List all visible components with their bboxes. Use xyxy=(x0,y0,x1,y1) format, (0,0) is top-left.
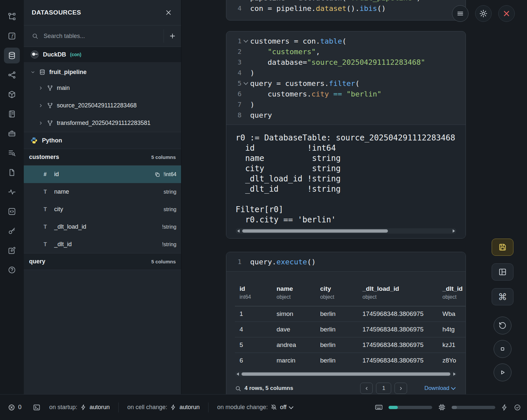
code-line[interactable]: 2 "customers", xyxy=(226,46,466,57)
code-line[interactable]: 6 customers.city == "berlin" xyxy=(226,89,466,99)
code-editor[interactable]: 1query.execute() xyxy=(226,252,466,272)
cell-output-table: idint64 nameobject cityobject _dlt_load_… xyxy=(226,272,466,394)
status-bar: 0 on startup: autorun on cell change: au… xyxy=(0,394,527,420)
notebook-menu-button[interactable] xyxy=(452,5,469,22)
code-line[interactable]: 7) xyxy=(226,99,466,110)
fold-caret-icon[interactable] xyxy=(242,36,250,46)
chevron-down-icon xyxy=(30,70,35,75)
fold-caret-icon xyxy=(242,46,250,57)
column-row-dlt-load-id[interactable]: T _dlt_load_id !string xyxy=(24,218,181,236)
python-label: Python xyxy=(42,137,62,144)
keyboard-icon[interactable] xyxy=(375,403,383,411)
result-col-header-dlt-load-id[interactable]: _dlt_load_idobject xyxy=(358,282,438,306)
prev-page-icon[interactable] xyxy=(360,383,373,394)
code-cell-setup[interactable]: 3pipeline = dlt.attach("fruit_pipeline")… xyxy=(226,0,466,20)
code-cell-query[interactable]: 1customers = con.table(2 "customers",3 d… xyxy=(226,31,466,239)
notebook-area: 3pipeline = dlt.attach("fruit_pipeline")… xyxy=(181,0,527,394)
run-button[interactable] xyxy=(494,363,511,381)
tracing-icon[interactable] xyxy=(4,184,20,200)
close-panel-icon[interactable] xyxy=(164,8,173,17)
file-tree-icon[interactable] xyxy=(4,9,20,24)
stop-button[interactable] xyxy=(494,340,511,358)
on-cell-change-setting[interactable]: on cell change: autorun xyxy=(125,403,202,411)
close-notebook-button[interactable] xyxy=(498,5,515,22)
column-row-id[interactable]: # id !int64 xyxy=(24,166,181,183)
settings-gear-icon[interactable] xyxy=(475,5,492,22)
scroll-left-icon[interactable] xyxy=(235,371,240,377)
code-line[interactable]: 1query.execute() xyxy=(226,256,466,267)
code-cell-execute[interactable]: 1query.execute() idint64 nameobject city… xyxy=(226,252,466,394)
command-palette-button[interactable]: ⌘ xyxy=(492,288,513,305)
code-line[interactable]: 1customers = con.table( xyxy=(226,36,466,46)
copy-icon[interactable] xyxy=(154,172,160,177)
result-col-header-name[interactable]: nameobject xyxy=(272,282,316,306)
table-header-customers[interactable]: customers 5 columns xyxy=(24,149,181,166)
scrollbar-thumb[interactable] xyxy=(242,229,388,233)
result-col-header-city[interactable]: cityobject xyxy=(316,282,358,306)
cpu-icon[interactable] xyxy=(438,403,446,411)
column-row-city[interactable]: T city string xyxy=(24,201,181,218)
next-page-icon[interactable] xyxy=(395,383,407,394)
fold-caret-icon[interactable] xyxy=(242,78,250,89)
save-button[interactable] xyxy=(492,239,513,256)
text-type-icon: T xyxy=(44,189,54,195)
scratchpad-icon[interactable] xyxy=(4,243,20,258)
code-line[interactable]: 4) xyxy=(226,67,466,78)
add-datasource-button[interactable] xyxy=(164,25,181,47)
help-icon[interactable] xyxy=(4,262,20,278)
secrets-icon[interactable] xyxy=(4,223,20,239)
terminal-icon[interactable] xyxy=(33,403,41,411)
scroll-left-icon[interactable] xyxy=(236,228,241,234)
code-icon[interactable] xyxy=(4,204,20,219)
tree-schema-main[interactable]: main xyxy=(24,79,181,97)
activity-bar: f xyxy=(0,0,24,394)
result-col-header-id[interactable]: idint64 xyxy=(235,282,272,306)
connection-status-icon[interactable] xyxy=(501,404,508,411)
layout-toggle-button[interactable] xyxy=(492,263,513,281)
download-button[interactable]: Download xyxy=(422,385,457,392)
column-row-dlt-id[interactable]: T _dlt_id !string xyxy=(24,236,181,253)
code-editor[interactable]: 1customers = con.table(2 "customers",3 d… xyxy=(226,31,466,125)
code-line[interactable]: 3pipeline = dlt.attach("fruit_pipeline") xyxy=(226,0,466,3)
scroll-right-icon[interactable] xyxy=(452,371,457,377)
connection-duckdb[interactable]: DuckDB (con) xyxy=(24,47,181,62)
chevron-right-icon xyxy=(38,121,43,126)
keyboard-zoom-slider[interactable] xyxy=(389,406,432,409)
table-name: query xyxy=(29,258,151,265)
notebook-icon[interactable] xyxy=(4,106,20,122)
code-line[interactable]: 8query xyxy=(226,110,466,120)
logs-icon[interactable] xyxy=(4,145,20,161)
python-section[interactable]: Python xyxy=(24,132,181,149)
search-tables-input[interactable] xyxy=(43,32,164,40)
health-check-icon[interactable] xyxy=(514,404,521,411)
packages-icon[interactable] xyxy=(4,87,20,102)
scroll-right-icon[interactable] xyxy=(451,228,456,234)
line-number: 3 xyxy=(226,58,242,66)
dependency-graph-icon[interactable] xyxy=(4,67,20,83)
text-type-icon: T xyxy=(44,242,54,248)
search-rows-icon[interactable] xyxy=(235,385,241,392)
code-editor[interactable]: 3pipeline = dlt.attach("fruit_pipeline")… xyxy=(226,0,466,14)
horizontal-scrollbar[interactable] xyxy=(236,228,456,234)
datasources-icon[interactable] xyxy=(4,48,20,63)
scrollbar-thumb[interactable] xyxy=(242,372,450,376)
tree-schema-source[interactable]: source_202504291112283468 xyxy=(24,97,181,114)
on-startup-setting[interactable]: on startup: autorun xyxy=(47,403,112,411)
tree-database-row[interactable]: fruit_pipeline xyxy=(24,65,181,79)
table-header-query[interactable]: query 5 columns xyxy=(24,253,181,270)
code-line[interactable]: 3 database="source_202504291112283468" xyxy=(226,57,466,67)
undo-button[interactable] xyxy=(494,317,511,334)
toolbox-icon[interactable] xyxy=(4,126,20,141)
line-number: 1 xyxy=(226,37,242,45)
horizontal-scrollbar[interactable] xyxy=(235,371,457,377)
code-line[interactable]: 5query = customers.filter( xyxy=(226,78,466,89)
document-icon[interactable] xyxy=(4,165,20,180)
tree-schema-transformed[interactable]: transformed_202504291112283581 xyxy=(24,114,181,132)
functions-icon[interactable]: f xyxy=(4,28,20,44)
column-row-name[interactable]: T name string xyxy=(24,183,181,201)
on-module-change-setting[interactable]: on module change: off xyxy=(215,403,295,411)
result-col-header-dlt-id[interactable]: _dlt_idobject xyxy=(438,282,466,306)
memory-usage-bar[interactable] xyxy=(452,406,495,409)
code-line[interactable]: 4con = pipeline.dataset().ibis() xyxy=(226,3,466,14)
errors-indicator[interactable]: 0 xyxy=(6,403,23,411)
